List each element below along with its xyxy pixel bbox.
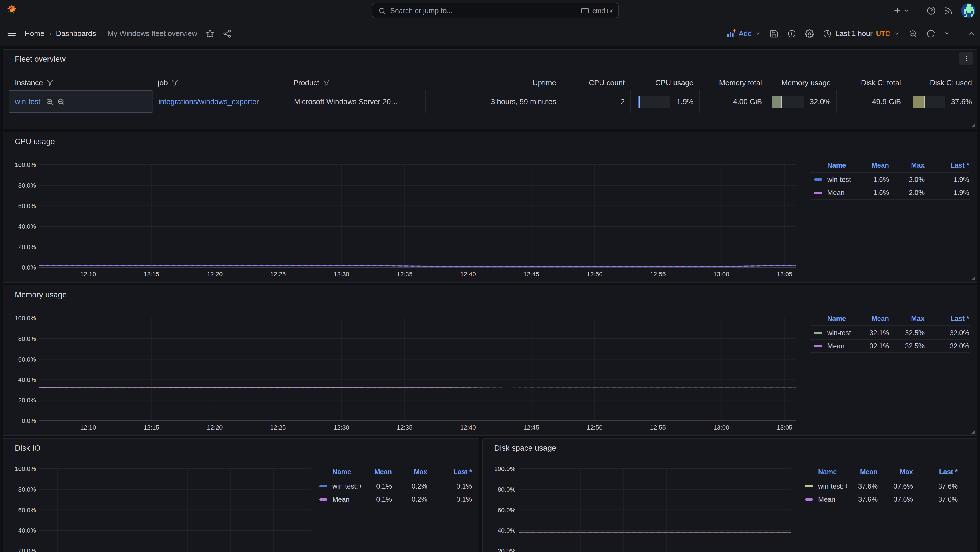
legend-header[interactable]: Last * — [926, 161, 970, 169]
menu-toggle[interactable] — [7, 29, 17, 38]
panel-title[interactable]: CPU usage — [15, 137, 55, 146]
legend-header-row: NameMeanMaxLast * — [801, 465, 959, 479]
svg-text:60.0%: 60.0% — [18, 356, 36, 363]
global-search[interactable]: cmd+k — [372, 3, 619, 18]
memory-usage-gauge — [772, 95, 804, 108]
user-avatar[interactable] — [961, 3, 975, 18]
filter-icon[interactable] — [171, 79, 179, 86]
legend-header[interactable]: Mean — [858, 161, 890, 169]
svg-text:40.0%: 40.0% — [18, 527, 36, 534]
panel-title[interactable]: Disk IO — [15, 444, 41, 452]
legend-header[interactable]: Max — [890, 161, 926, 169]
legend-header[interactable]: Max — [393, 468, 428, 476]
keyboard-icon — [581, 6, 590, 15]
legend-header[interactable]: Name — [801, 468, 847, 476]
dashboard-settings-button[interactable] — [805, 29, 815, 38]
zoom-in-filter-button[interactable] — [46, 97, 54, 105]
share-button[interactable] — [222, 29, 231, 38]
column-header-product[interactable]: Product — [288, 75, 425, 90]
kebab-icon — [963, 55, 970, 62]
legend-header[interactable]: Max — [879, 468, 914, 476]
legend-header[interactable]: Last * — [428, 468, 473, 476]
cell-zoom-controls — [46, 97, 65, 105]
svg-text:100.0%: 100.0% — [14, 315, 36, 322]
refresh-button[interactable] — [926, 29, 935, 38]
svg-text:60.0%: 60.0% — [498, 506, 515, 514]
legend-header[interactable]: Name — [810, 161, 858, 169]
panel-menu-button[interactable] — [959, 52, 973, 65]
svg-text:100.0%: 100.0% — [14, 465, 36, 472]
column-header-disk-c-used[interactable]: Disk C: used — [907, 75, 977, 90]
job-link[interactable]: integrations/windows_exporter — [159, 97, 259, 106]
svg-text:12:35: 12:35 — [397, 270, 412, 278]
legend-max: 0.2% — [393, 482, 428, 490]
legend-header[interactable]: Mean — [847, 468, 879, 476]
panel-title[interactable]: Memory usage — [15, 291, 67, 299]
refresh-interval-dropdown[interactable] — [944, 30, 950, 37]
legend-series-name[interactable]: Mean — [801, 495, 847, 503]
disk-io-plot-area[interactable] — [40, 468, 311, 552]
refresh-icon — [926, 29, 935, 38]
time-range-picker[interactable]: Last 1 hour UTC — [823, 29, 900, 38]
column-header-job[interactable]: job — [152, 75, 288, 90]
panel-resize-handle[interactable] — [971, 430, 975, 434]
instance-link[interactable]: win-test — [15, 97, 41, 106]
legend-header[interactable]: Max — [890, 315, 926, 323]
disk-space-plot-area[interactable] — [519, 468, 791, 552]
legend-header[interactable]: Name — [315, 468, 361, 476]
zoom-out-time-button[interactable] — [908, 29, 918, 38]
series-color-swatch — [814, 345, 822, 347]
legend-max: 37.6% — [879, 482, 914, 490]
breadcrumb-dashboards[interactable]: Dashboards — [56, 29, 96, 38]
legend-series-name[interactable]: win-test — [810, 329, 858, 337]
legend-series-name[interactable]: win-test: C: — [315, 482, 361, 490]
add-panel-button[interactable]: Add — [727, 29, 761, 38]
search-shortcut: cmd+k — [581, 6, 613, 15]
svg-text:80.0%: 80.0% — [18, 486, 36, 493]
legend-row: Mean37.6%37.6%37.6% — [801, 493, 959, 506]
svg-text:80.0%: 80.0% — [18, 182, 36, 189]
breadcrumb-separator: › — [101, 29, 103, 37]
panel-title[interactable]: Disk space usage — [494, 444, 556, 452]
filter-icon[interactable] — [323, 79, 330, 86]
new-button[interactable] — [893, 6, 910, 15]
save-dashboard-button[interactable] — [770, 29, 779, 38]
table-row: win-test integrations/windows_exporter M… — [9, 91, 977, 113]
panel-resize-handle[interactable] — [971, 124, 975, 127]
legend-header[interactable]: Name — [810, 315, 858, 323]
collapse-topbar-button[interactable] — [968, 30, 975, 37]
column-header-uptime[interactable]: Uptime — [425, 75, 562, 90]
memory-usage-plot-area[interactable] — [40, 318, 796, 421]
legend-series-name[interactable]: Mean — [810, 189, 858, 197]
legend-series-name[interactable]: win-test: C: — [801, 482, 847, 490]
help-button[interactable] — [926, 6, 936, 16]
grafana-logo-icon[interactable] — [6, 5, 18, 17]
column-header-instance[interactable]: Instance — [9, 75, 152, 90]
zoom-out-filter-button[interactable] — [57, 97, 65, 105]
help-icon — [926, 6, 936, 16]
column-header-cpu-count[interactable]: CPU count — [562, 75, 630, 90]
legend-header[interactable]: Mean — [361, 468, 393, 476]
legend-max: 37.6% — [879, 495, 914, 503]
column-header-cpu-usage[interactable]: CPU usage — [630, 75, 699, 90]
legend-header[interactable]: Last * — [926, 315, 970, 323]
favorite-button[interactable] — [205, 29, 214, 38]
filter-icon[interactable] — [46, 79, 54, 86]
dashboard-insights-button[interactable] — [788, 29, 797, 38]
panel-resize-handle[interactable] — [971, 277, 975, 280]
column-header-memory-usage[interactable]: Memory usage — [768, 75, 837, 90]
panel-title[interactable]: Fleet overview — [15, 55, 65, 64]
column-header-memory-total[interactable]: Memory total — [699, 75, 768, 90]
legend-header[interactable]: Mean — [858, 315, 890, 323]
legend-series-name[interactable]: Mean — [810, 342, 858, 350]
search-input[interactable] — [390, 6, 577, 14]
legend-series-name[interactable]: Mean — [315, 495, 361, 503]
svg-text:80.0%: 80.0% — [18, 335, 36, 342]
column-header-disk-c-total[interactable]: Disk C: total — [837, 75, 907, 90]
legend-header[interactable]: Last * — [914, 468, 959, 476]
cpu-usage-plot-area[interactable] — [40, 165, 796, 268]
breadcrumb-home[interactable]: Home — [25, 29, 45, 38]
news-button[interactable] — [944, 6, 953, 15]
divider — [918, 5, 918, 16]
legend-series-name[interactable]: win-test — [810, 175, 858, 183]
